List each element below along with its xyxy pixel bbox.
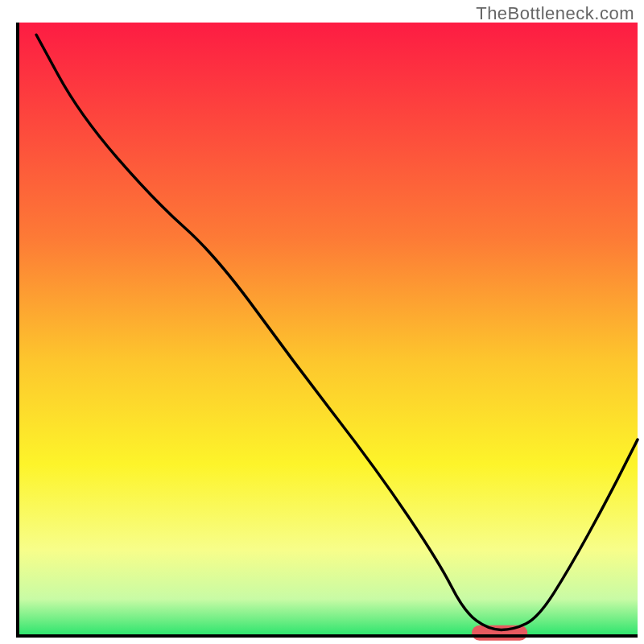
watermark-text: TheBottleneck.com [476, 3, 634, 24]
bottleneck-chart [0, 0, 644, 644]
gradient-background [18, 23, 638, 636]
plot-area [16, 23, 638, 638]
chart-container: TheBottleneck.com [0, 0, 644, 644]
